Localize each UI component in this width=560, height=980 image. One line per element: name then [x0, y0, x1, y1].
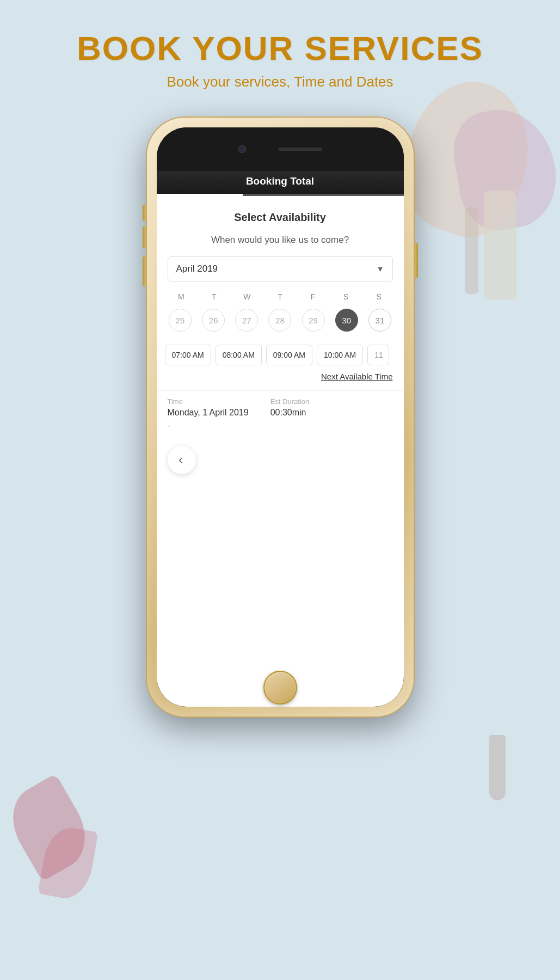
duration-info-group: Est Duration 00:30min: [270, 397, 310, 431]
time-label: Time: [168, 397, 249, 406]
cal-date-25[interactable]: 25: [169, 309, 192, 332]
dropdown-arrow-icon: ▼: [377, 265, 384, 273]
power-button: [415, 243, 418, 278]
duration-label: Est Duration: [270, 397, 310, 406]
back-chevron-icon: ‹: [179, 453, 182, 467]
section-title: Select Availability: [157, 196, 404, 230]
front-camera: [238, 145, 246, 153]
month-dropdown[interactable]: April 2019 ▼: [168, 256, 393, 281]
cal-date-27[interactable]: 27: [235, 309, 258, 332]
cal-date-28[interactable]: 28: [268, 309, 291, 332]
app-header-title: Booking Total: [168, 175, 393, 187]
phone-frame: ✂ BELL ▲ JOD24 ✦ 100% Booking: [147, 118, 414, 716]
time-slot-11am-partial[interactable]: 11: [367, 345, 389, 365]
phone-inner: ✂ BELL ▲ JOD24 ✦ 100% Booking: [157, 127, 404, 707]
page-header: BOOK YOUR SERVICES Book your services, T…: [0, 0, 560, 101]
bg-leaf-2: [38, 824, 98, 902]
time-slot-10am[interactable]: 10:00 AM: [317, 345, 363, 365]
app-header: Booking Total: [157, 171, 404, 194]
cal-date-29[interactable]: 29: [302, 309, 325, 332]
mute-button: [143, 205, 146, 221]
phone-top-bar: [157, 127, 404, 171]
cal-date-31[interactable]: 31: [368, 309, 391, 332]
day-label-thu: T: [263, 290, 297, 303]
day-label-wed: W: [231, 290, 264, 303]
phone-wrapper: ✂ BELL ▲ JOD24 ✦ 100% Booking: [0, 101, 560, 716]
volume-up-button: [143, 226, 146, 248]
day-label-fri: F: [297, 290, 330, 303]
bg-brush: [489, 735, 506, 800]
cal-date-30[interactable]: 30: [335, 309, 358, 332]
day-label-mon: M: [165, 290, 198, 303]
time-dash: -: [168, 421, 249, 431]
time-slot-9am[interactable]: 09:00 AM: [266, 345, 312, 365]
time-slots-container: 07:00 AM 08:00 AM 09:00 AM 10:00 AM 11: [157, 336, 404, 370]
time-slot-8am[interactable]: 08:00 AM: [216, 345, 262, 365]
earpiece-speaker: [279, 148, 322, 151]
back-button[interactable]: ‹: [168, 446, 196, 474]
day-label-tue: T: [198, 290, 231, 303]
duration-value: 00:30min: [270, 408, 310, 418]
cal-date-26[interactable]: 26: [202, 309, 225, 332]
calendar: M T W T F S S 25 26 27 28: [157, 290, 404, 336]
bg-leaf-1: [0, 774, 99, 882]
calendar-header: M T W T F S S: [165, 290, 396, 303]
time-slot-7am[interactable]: 07:00 AM: [165, 345, 211, 365]
app-content: Select Availability When would you like …: [157, 196, 404, 707]
time-info-group: Time Monday, 1 April 2019 -: [168, 397, 249, 431]
month-label: April 2019: [176, 264, 218, 274]
back-button-area: ‹: [157, 439, 404, 485]
time-value: Monday, 1 April 2019: [168, 408, 249, 418]
volume-down-button: [143, 256, 146, 286]
next-available-time-link[interactable]: Next Available Time: [321, 372, 392, 381]
home-button[interactable]: [263, 671, 297, 705]
page-subtitle: Book your services, Time and Dates: [0, 74, 560, 90]
when-question: When would you like us to come?: [157, 230, 404, 256]
day-label-sat: S: [329, 290, 362, 303]
day-label-sun: S: [362, 290, 396, 303]
calendar-row-1: 25 26 27 28 29 30 31: [165, 309, 396, 332]
phone-screen: ✂ BELL ▲ JOD24 ✦ 100% Booking: [157, 127, 404, 707]
next-available-container: Next Available Time: [157, 370, 404, 390]
page-title: BOOK YOUR SERVICES: [0, 30, 560, 67]
time-info-section: Time Monday, 1 April 2019 - Est Duration…: [157, 390, 404, 439]
